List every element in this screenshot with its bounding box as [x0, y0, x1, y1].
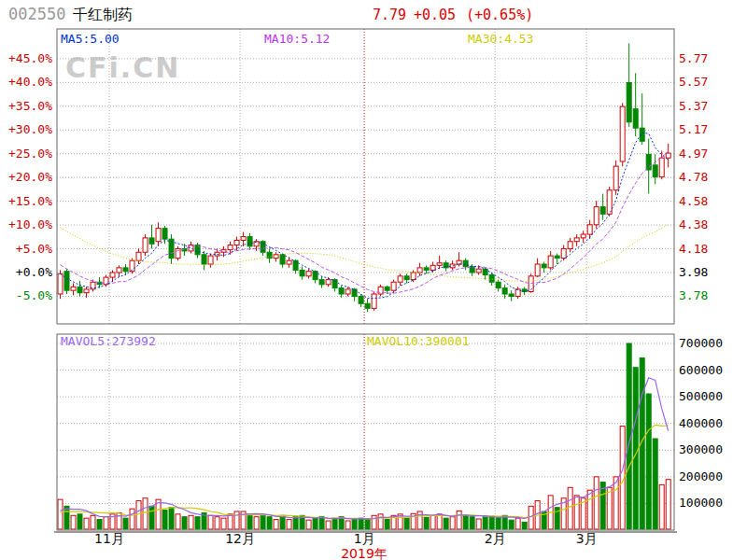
candle-body [587, 225, 592, 234]
volume-bar [280, 515, 285, 529]
percent-axis-label: +5.0% [16, 242, 52, 256]
price-axis-label: 5.17 [679, 122, 708, 136]
candle-body [234, 240, 239, 245]
volume-bar [659, 484, 664, 529]
candle-body [542, 264, 546, 268]
mavol5-label: MAVOL5:273992 [61, 334, 156, 348]
pane-frames [54, 29, 677, 532]
candle-body [71, 287, 76, 290]
volume-bar [176, 514, 180, 529]
candle-body [156, 229, 161, 242]
ma-lines [61, 133, 669, 298]
volume-bar [385, 520, 389, 529]
price-axis-label: 4.18 [679, 242, 708, 256]
volume-bar [319, 517, 324, 529]
volume-bar [182, 517, 187, 529]
percent-axis-label: +10.0% [8, 217, 52, 231]
candle-body [600, 207, 605, 215]
volume-bar [444, 518, 448, 529]
candle-body [574, 238, 579, 242]
candle-body [359, 297, 363, 304]
volume-bar [123, 518, 128, 529]
volume-bar [430, 515, 435, 529]
candle-body [627, 83, 631, 122]
volume-bar [594, 477, 599, 529]
volume-bar [345, 521, 350, 529]
volume-bar [365, 520, 370, 529]
stock-name: 千红制药 [73, 6, 133, 23]
candle-body [489, 275, 494, 283]
volume-bar [149, 506, 154, 529]
percent-axis-label: +45.0% [8, 51, 52, 65]
candle-body [84, 289, 89, 293]
candle-body [345, 289, 350, 294]
volume-bar [189, 515, 193, 529]
month-label: 11月 [94, 531, 124, 546]
volume-bar [496, 517, 500, 529]
volume-bar [568, 487, 572, 529]
candle-body [404, 276, 409, 280]
candle-body [463, 260, 468, 266]
candle-body [176, 248, 180, 258]
volume-bar [208, 515, 213, 529]
volume-bar [306, 520, 311, 529]
month-label: 3月 [576, 531, 598, 546]
candle-body [483, 269, 487, 274]
volume-bar [483, 517, 487, 529]
last-price: 7.79 [373, 7, 406, 23]
price-axis-label: 5.77 [679, 51, 708, 65]
volume-bar [215, 517, 219, 529]
stock-code: 002550 [8, 5, 65, 23]
candle-body [280, 255, 285, 264]
volume-axis-label: 500000 [679, 389, 723, 403]
volume-bar [221, 518, 226, 529]
candle-body [58, 273, 63, 294]
candle-body [398, 276, 402, 282]
volume-bar [646, 394, 651, 529]
percent-axis-label: +15.0% [8, 194, 52, 208]
volume-bar [470, 517, 474, 529]
volume-bar [326, 521, 331, 529]
candle-body [385, 287, 389, 290]
volume-bar [522, 522, 527, 529]
candle-body [470, 267, 474, 273]
candle-body [208, 256, 213, 264]
cfi-watermark: CFi.CN [65, 51, 180, 84]
candle-body [391, 282, 396, 290]
ma10-label: MA10:5.12 [264, 32, 330, 46]
volume-axis-label: 200000 [679, 469, 723, 483]
ma30-label: MA30:4.53 [468, 32, 533, 46]
volume-bar [143, 498, 148, 529]
volume-bar [457, 511, 461, 529]
stock-chart[interactable]: 002550 千红制药 7.79 +0.05 (+0.65%) CFi.CN 1… [0, 0, 747, 560]
candle-body [300, 270, 304, 275]
candle-body [535, 264, 540, 276]
candle-body [561, 248, 566, 258]
volume-bar [607, 487, 612, 529]
percent-axis-label: +25.0% [8, 147, 52, 161]
volume-bar [587, 490, 592, 529]
volume-bar [84, 518, 89, 529]
candle-body [326, 280, 331, 285]
volume-bar [247, 514, 252, 529]
percent-axis-label: -5.0% [16, 288, 52, 302]
volume-bar [424, 517, 429, 529]
volume-bar [313, 518, 317, 529]
candle-body [496, 282, 500, 287]
candle-body [372, 294, 376, 308]
volume-bar [267, 517, 272, 529]
volume-axis-label: 400000 [679, 416, 723, 430]
volume-bar [169, 508, 174, 529]
candle-body [110, 273, 115, 277]
candle-body [306, 272, 311, 276]
candle-body [149, 238, 154, 244]
candle-body [417, 268, 422, 273]
candle-body [319, 280, 324, 285]
candle-body [594, 207, 599, 225]
candle-body [339, 288, 344, 294]
volume-bar [352, 519, 357, 529]
mavol10-label: MAVOL10:390001 [367, 334, 470, 348]
candle-body [136, 252, 141, 260]
candle-body [123, 268, 128, 272]
candle-body [313, 272, 317, 280]
